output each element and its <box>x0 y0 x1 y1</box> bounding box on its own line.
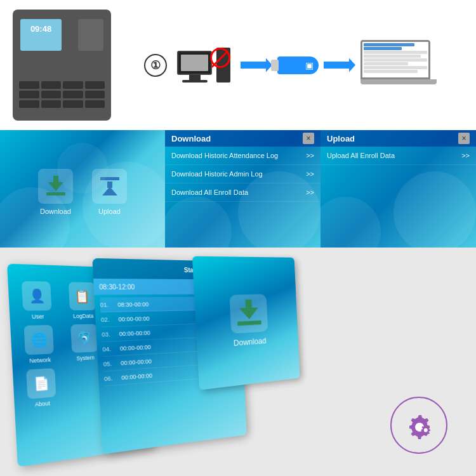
user-label: User <box>32 313 44 320</box>
top-section: 09:48 ① <box>0 0 476 130</box>
gear-container[interactable] <box>387 393 451 457</box>
upload-menu-panel: Upload × Upload All Enroll Data >> <box>321 130 476 248</box>
usb-icon: ▣ <box>305 60 314 70</box>
laptop-image <box>360 40 437 91</box>
gear-circle <box>390 397 447 454</box>
svg-point-1 <box>0 187 70 248</box>
menu-bubbles <box>165 130 321 248</box>
laptop-row <box>364 70 418 73</box>
row-num-1: 01. <box>100 301 114 308</box>
fingerprint-sensor <box>78 19 103 51</box>
screen3-label: Download <box>234 336 267 348</box>
svg-point-3 <box>238 171 321 248</box>
row-num-2: 02. <box>101 316 115 323</box>
system-label: System <box>76 354 95 361</box>
svg-point-8 <box>424 428 428 432</box>
time-range: 08:30-12:00 <box>99 283 135 291</box>
laptop-row <box>364 66 427 69</box>
monitor-base <box>182 80 208 83</box>
device-time: 09:48 <box>20 19 62 34</box>
svg-point-4 <box>165 197 232 248</box>
dl-arrow-head <box>48 182 63 191</box>
menu-item-user[interactable]: 👤 User <box>15 281 59 321</box>
svg-point-5 <box>393 171 476 248</box>
gear-icon <box>400 406 438 444</box>
computer-monitor <box>177 51 212 75</box>
laptop-base <box>360 79 437 84</box>
device-screen: 09:48 <box>20 19 62 51</box>
monitor-screen <box>181 55 208 71</box>
about-icon: 📄 <box>26 368 56 399</box>
device-key <box>41 100 62 108</box>
device-key <box>63 81 83 89</box>
device-key <box>85 100 105 108</box>
screen3-dl-stem <box>245 300 252 308</box>
icons-panel: Download Upload <box>0 130 165 248</box>
flow-section: ① ▣ <box>117 40 463 91</box>
device-key <box>41 91 62 98</box>
bottom-section: 👤 User 📋 LogData 💾 U-Disk 🌐 Network 🐬 Sy… <box>0 248 476 476</box>
laptop-row <box>364 51 427 54</box>
usb-drive: ▣ <box>277 56 319 74</box>
svg-point-6 <box>321 197 381 248</box>
download-icon <box>46 177 65 196</box>
dl-arrow-stem <box>53 176 58 182</box>
dl-arrow <box>46 177 65 196</box>
no-entry-icon <box>210 48 230 68</box>
screen-download: Download <box>192 256 300 390</box>
screen3-dl-arrow <box>236 301 261 327</box>
laptop-screen-content <box>362 42 428 77</box>
row-num-6: 06. <box>104 374 118 382</box>
laptop-row <box>364 43 414 46</box>
screen3-download-icon <box>239 303 258 323</box>
arrow-right-2 <box>324 58 355 72</box>
network-icon: 🌐 <box>24 325 54 355</box>
computer-row <box>177 48 230 83</box>
device-key <box>85 81 105 89</box>
logdata-label: LogData <box>73 313 94 319</box>
menu-item-about[interactable]: 📄 About <box>20 367 63 409</box>
middle-section: Download Upload <box>0 130 476 248</box>
device-key <box>63 91 83 98</box>
user-icon: 👤 <box>22 281 52 311</box>
panel-bubbles <box>0 130 165 248</box>
step-number: ① <box>144 54 167 77</box>
device-image: 09:48 <box>13 10 111 121</box>
logdata-icon: 📋 <box>69 282 96 310</box>
row-num-5: 05. <box>103 360 117 367</box>
device-key <box>41 81 62 89</box>
blocked-computer <box>172 40 235 91</box>
device-key <box>19 81 39 89</box>
row-num-3: 03. <box>102 331 116 338</box>
about-label: About <box>35 400 50 408</box>
device-key <box>63 100 83 108</box>
monitor-stand <box>189 75 201 80</box>
screen3-icon-box <box>229 294 268 334</box>
device-key <box>19 100 39 108</box>
device-keypad <box>19 81 105 108</box>
upload-bubbles <box>321 130 476 248</box>
device-key <box>85 91 105 98</box>
system-icon: 🐬 <box>70 324 98 353</box>
network-label: Network <box>29 357 51 364</box>
usb-connector <box>271 60 279 71</box>
computer-monitor-container <box>177 51 212 83</box>
laptop-row <box>364 62 408 65</box>
row-num-4: 04. <box>102 345 116 353</box>
screen3-dl-head <box>239 307 258 320</box>
screen3-dl-tray <box>237 321 261 326</box>
laptop-screen <box>360 40 430 79</box>
laptop-row <box>364 47 402 50</box>
device-key <box>19 91 39 98</box>
laptop-row <box>364 55 421 58</box>
arrow-right-1 <box>241 58 272 72</box>
laptop-row <box>364 58 427 62</box>
menu-item-network[interactable]: 🌐 Network <box>17 325 61 365</box>
computer-tower <box>216 48 230 83</box>
dl-tray <box>46 192 65 195</box>
download-menu-panel: Download × Download Historic Attendance … <box>165 130 321 248</box>
